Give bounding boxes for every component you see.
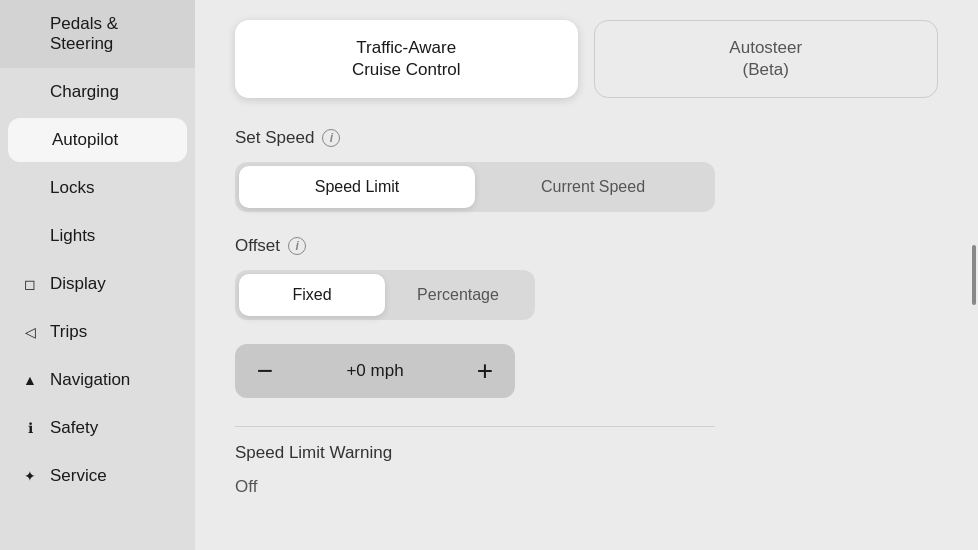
speed-limit-warning-value: Off (235, 477, 938, 497)
sidebar-item-label: Autopilot (52, 130, 118, 150)
stepper-value: +0 mph (295, 361, 455, 381)
sidebar-item-label: Pedals & Steering (50, 14, 175, 54)
pedals-icon (20, 24, 40, 44)
offset-info-icon[interactable]: i (288, 237, 306, 255)
stepper-plus-btn[interactable]: + (455, 344, 515, 398)
sidebar-item-label: Service (50, 466, 107, 486)
sidebar-item-pedals-steering[interactable]: Pedals & Steering (0, 0, 195, 68)
offset-label: Offset i (235, 236, 938, 256)
tab-autosteer[interactable]: Autosteer (Beta) (594, 20, 939, 98)
navigation-icon: ▲ (20, 370, 40, 390)
main-content: Traffic-Aware Cruise Control Autosteer (… (195, 0, 978, 550)
locks-icon (20, 178, 40, 198)
speed-limit-warning-section: Speed Limit Warning Off (235, 443, 938, 497)
trips-icon: ◁ (20, 322, 40, 342)
sidebar-item-safety[interactable]: ℹ Safety (0, 404, 195, 452)
autopilot-icon (22, 130, 42, 150)
sidebar-item-label: Charging (50, 82, 119, 102)
speed-limit-warning-label: Speed Limit Warning (235, 443, 938, 463)
offset-section: Offset i Fixed Percentage − +0 mph + (235, 236, 938, 398)
set-speed-toggle-group: Speed Limit Current Speed (235, 162, 715, 212)
set-speed-current-speed-btn[interactable]: Current Speed (475, 166, 711, 208)
top-tabs: Traffic-Aware Cruise Control Autosteer (… (235, 20, 938, 98)
sidebar-item-label: Trips (50, 322, 87, 342)
main-wrapper: Traffic-Aware Cruise Control Autosteer (… (195, 0, 978, 550)
offset-stepper: − +0 mph + (235, 344, 515, 398)
sidebar-item-navigation[interactable]: ▲ Navigation (0, 356, 195, 404)
sidebar-item-label: Lights (50, 226, 95, 246)
offset-percentage-btn[interactable]: Percentage (385, 274, 531, 316)
sidebar-item-charging[interactable]: Charging (0, 68, 195, 116)
safety-icon: ℹ (20, 418, 40, 438)
display-icon: ◻ (20, 274, 40, 294)
sidebar-item-locks[interactable]: Locks (0, 164, 195, 212)
sidebar-item-label: Safety (50, 418, 98, 438)
sidebar-item-service[interactable]: ✦ Service (0, 452, 195, 500)
set-speed-speed-limit-btn[interactable]: Speed Limit (239, 166, 475, 208)
sidebar-item-label: Navigation (50, 370, 130, 390)
tab-traffic-aware[interactable]: Traffic-Aware Cruise Control (235, 20, 578, 98)
sidebar-item-label: Display (50, 274, 106, 294)
service-icon: ✦ (20, 466, 40, 486)
scrollbar[interactable] (972, 245, 976, 305)
sidebar-item-autopilot[interactable]: Autopilot (8, 118, 187, 162)
stepper-minus-btn[interactable]: − (235, 344, 295, 398)
sidebar-item-display[interactable]: ◻ Display (0, 260, 195, 308)
lights-icon (20, 226, 40, 246)
offset-fixed-btn[interactable]: Fixed (239, 274, 385, 316)
sidebar-item-trips[interactable]: ◁ Trips (0, 308, 195, 356)
offset-toggle-group: Fixed Percentage (235, 270, 535, 320)
set-speed-label: Set Speed i (235, 128, 938, 148)
sidebar: Pedals & Steering Charging Autopilot Loc… (0, 0, 195, 550)
set-speed-info-icon[interactable]: i (322, 129, 340, 147)
divider (235, 426, 715, 427)
sidebar-item-label: Locks (50, 178, 94, 198)
sidebar-item-lights[interactable]: Lights (0, 212, 195, 260)
charging-icon (20, 82, 40, 102)
